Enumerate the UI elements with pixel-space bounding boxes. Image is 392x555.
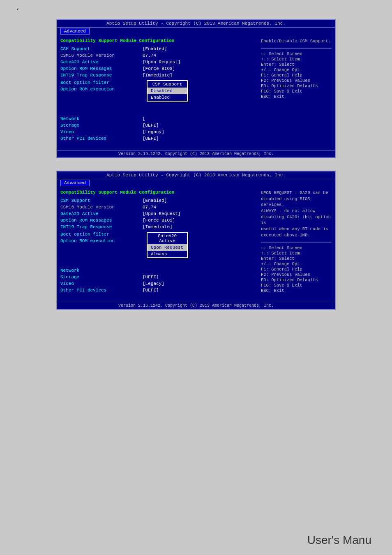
gatea20-label-1: GateA20 Active bbox=[60, 60, 143, 65]
bios-header-1: Aptio Setup Utility - Copyright (C) 2013… bbox=[57, 20, 335, 28]
other-pci-label-2: Other PCI devices bbox=[60, 288, 143, 293]
bios-footer-2: Version 2.16.1242. Copyright (C) 2013 Am… bbox=[57, 302, 335, 309]
gatea20-row-2[interactable]: GateA20 Active [Upon Request] bbox=[60, 211, 254, 216]
help-key-2-2: Enter: Select bbox=[261, 256, 332, 261]
other-pci-row-1[interactable]: Other PCI devices [UEFI] bbox=[60, 136, 254, 141]
help-key-2-4: F1: General Help bbox=[261, 267, 332, 272]
pci-group-2: Network Storage [UEFI] Video [Legacy] Ot… bbox=[60, 268, 254, 293]
option-rom-row-2[interactable]: Option ROM Messages [Force BIOS] bbox=[60, 218, 254, 223]
bios-tab-advanced-1[interactable]: Advanced bbox=[60, 28, 90, 35]
int19-value-1: [Immediate] bbox=[143, 73, 173, 78]
boot-filter-row-1[interactable]: Boot option filter CSM Support Disabled … bbox=[60, 80, 254, 85]
page-container: , Aptio Setup Utility - Copyright (C) 20… bbox=[0, 0, 392, 555]
network-row-1[interactable]: Network [ bbox=[60, 116, 254, 121]
storage-label-1: Storage bbox=[60, 123, 143, 128]
option-rom-exec-label-1: Option ROM execution bbox=[60, 87, 143, 92]
csm16-label-2: CSM16 Module Version bbox=[60, 205, 143, 210]
popup-item-upon-2[interactable]: Upon Request bbox=[148, 244, 187, 251]
bios-tab-bar-2: Advanced bbox=[57, 179, 335, 187]
boot-filter-label-1: Boot option filter bbox=[60, 80, 143, 85]
video-value-2: [Legacy] bbox=[143, 281, 164, 286]
option-rom-label-1: Option ROM Messages bbox=[60, 66, 143, 71]
help-key-2-6: F9: Optimized Defaults bbox=[261, 278, 332, 282]
other-pci-row-2[interactable]: Other PCI devices [UEFI] bbox=[60, 288, 254, 293]
help-key-1-4: F1: General Help bbox=[261, 73, 332, 78]
bios-screen-2: Aptio Setup Utility - Copyright (C) 2013… bbox=[56, 171, 336, 310]
csm16-value-2: 07.74 bbox=[143, 205, 156, 210]
help-key-2-0: ↔: Select Screen bbox=[261, 245, 332, 250]
help-key-1-0: ↔: Select Screen bbox=[261, 51, 332, 56]
csm16-row-1: CSM16 Module Version 07.74 bbox=[60, 53, 254, 58]
bios-body-1: Compatibility Support Module Configurati… bbox=[57, 35, 335, 150]
video-label-1: Video bbox=[60, 130, 143, 134]
option-rom-exec-label-2: Option ROM execution bbox=[60, 238, 143, 243]
bios-body-2: Compatibility Support Module Configurati… bbox=[57, 187, 335, 302]
bios-screen-1: Aptio Setup Utility - Copyright (C) 2013… bbox=[56, 19, 336, 158]
video-label-2: Video bbox=[60, 281, 143, 286]
network-value-1: [ bbox=[143, 116, 145, 121]
popup-box-2[interactable]: GateA20 Active Upon Request Always bbox=[147, 232, 188, 258]
csm16-row-2: CSM16 Module Version 07.74 bbox=[60, 205, 254, 210]
section-title-2: Compatibility Support Module Configurati… bbox=[60, 190, 254, 195]
storage-value-2: [UEFI] bbox=[143, 275, 159, 280]
help-key-1-2: Enter: Select bbox=[261, 62, 332, 67]
csm-support-label-2: CSM Support bbox=[60, 198, 143, 203]
storage-row-2[interactable]: Storage [UEFI] bbox=[60, 275, 254, 280]
csm-support-row-1[interactable]: CSM Support [Enabled] bbox=[60, 46, 254, 51]
csm16-value-1: 07.74 bbox=[143, 53, 156, 58]
boot-filter-row-2[interactable]: Boot option filter GateA20 Active Upon R… bbox=[60, 232, 254, 237]
other-pci-label-1: Other PCI devices bbox=[60, 136, 143, 141]
video-value-1: [Legacy] bbox=[143, 130, 164, 134]
help-key-2-1: ↑↓: Select Item bbox=[261, 251, 332, 256]
network-row-2[interactable]: Network bbox=[60, 268, 254, 273]
csm-support-label-1: CSM Support bbox=[60, 46, 143, 51]
video-row-2[interactable]: Video [Legacy] bbox=[60, 281, 254, 286]
help-keys-section-1: ↔: Select Screen ↑↓: Select Item Enter: … bbox=[261, 49, 332, 99]
video-row-1[interactable]: Video [Legacy] bbox=[60, 130, 254, 134]
bios-left-1: Compatibility Support Module Configurati… bbox=[60, 38, 254, 147]
help-key-1-6: F9: Optimized Defaults bbox=[261, 83, 332, 88]
bios-right-2: UPON REQUEST - GA20 can be disabled usin… bbox=[258, 190, 332, 298]
help-key-2-8: ESC: Exit bbox=[261, 288, 332, 293]
help-key-1-5: F2: Previous Values bbox=[261, 78, 332, 83]
comma-mark: , bbox=[16, 4, 20, 11]
network-label-1: Network bbox=[60, 116, 143, 121]
bios-header-2: Aptio Setup Utility - Copyright (C) 2013… bbox=[57, 171, 335, 179]
popup-item-always-2[interactable]: Always bbox=[148, 251, 187, 257]
users-manu-label: User's Manu bbox=[307, 534, 371, 547]
popup-box-1[interactable]: CSM Support Disabled Enabled bbox=[147, 80, 188, 102]
gatea20-label-2: GateA20 Active bbox=[60, 211, 143, 216]
gatea20-row-1[interactable]: GateA20 Active [Upon Request] bbox=[60, 60, 254, 65]
popup-item-enabled-1[interactable]: Enabled bbox=[148, 94, 187, 101]
bios-tab-advanced-2[interactable]: Advanced bbox=[60, 180, 90, 186]
section-title-1: Compatibility Support Module Configurati… bbox=[60, 38, 254, 43]
gate-group-1: GateA20 Active [Upon Request] Option ROM… bbox=[60, 60, 254, 78]
int19-row-1[interactable]: INT19 Trap Response [Immediate] bbox=[60, 73, 254, 78]
popup-item-disabled-1[interactable]: Disabled bbox=[148, 88, 187, 94]
other-pci-value-1: [UEFI] bbox=[143, 136, 159, 141]
int19-row-2[interactable]: INT19 Trap Response [Immediate] bbox=[60, 224, 254, 229]
other-pci-value-2: [UEFI] bbox=[143, 288, 159, 293]
storage-row-1[interactable]: Storage [UEFI] bbox=[60, 123, 254, 128]
option-rom-label-2: Option ROM Messages bbox=[60, 218, 143, 223]
bios-footer-1: Version 2.16.1242. Copyright (C) 2013 Am… bbox=[57, 150, 335, 157]
option-rom-value-1: [Force BIOS] bbox=[143, 66, 175, 71]
csm-support-value-1: [Enabled] bbox=[143, 46, 167, 51]
csm-support-row-2[interactable]: CSM Support [Enabled] bbox=[60, 198, 254, 203]
boot-filter-label-2: Boot option filter bbox=[60, 232, 143, 237]
storage-value-1: [UEFI] bbox=[143, 123, 159, 128]
gatea20-value-1: [Upon Request] bbox=[143, 60, 180, 65]
help-key-2-5: F2: Previous Values bbox=[261, 272, 332, 277]
help-key-1-8: ESC: Exit bbox=[261, 94, 332, 99]
int19-label-1: INT19 Trap Response bbox=[60, 73, 143, 78]
gate-group-2: GateA20 Active [Upon Request] Option ROM… bbox=[60, 211, 254, 229]
bios-tab-bar-1: Advanced bbox=[57, 28, 335, 35]
network-label-2: Network bbox=[60, 268, 143, 273]
option-rom-row-1[interactable]: Option ROM Messages [Force BIOS] bbox=[60, 66, 254, 71]
int19-label-2: INT19 Trap Response bbox=[60, 224, 143, 229]
gatea20-value-2: [Upon Request] bbox=[143, 211, 180, 216]
help-key-2-7: F10: Save & Exit bbox=[261, 283, 332, 288]
csm-support-value-2: [Enabled] bbox=[143, 198, 167, 203]
storage-label-2: Storage bbox=[60, 275, 143, 280]
popup-title-2: GateA20 Active bbox=[148, 233, 187, 244]
